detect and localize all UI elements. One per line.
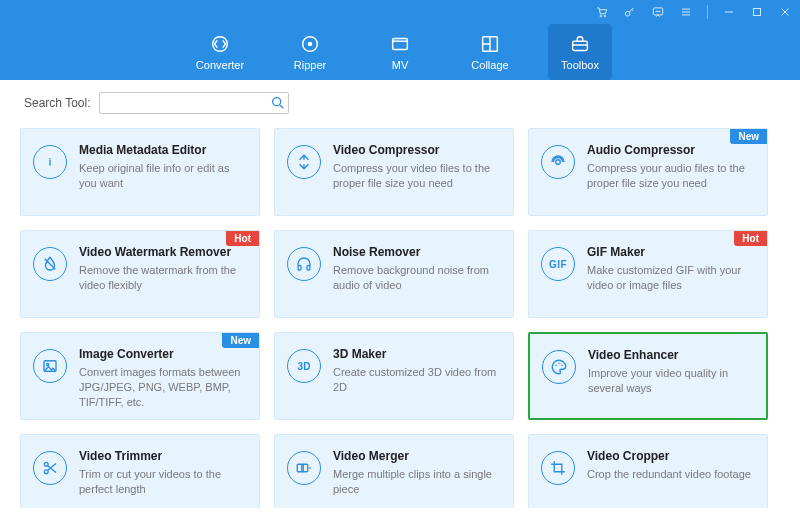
tool-card-video-watermark-remover[interactable]: Hot Video Watermark Remover Remove the w…: [20, 230, 260, 318]
badge-hot: Hot: [226, 231, 259, 246]
tool-text: Video Compressor Compress your video fil…: [333, 143, 501, 205]
tool-card-video-compressor[interactable]: Video Compressor Compress your video fil…: [274, 128, 514, 216]
nav-tab-label: Collage: [471, 59, 508, 71]
svg-point-19: [556, 160, 561, 165]
feedback-icon[interactable]: [651, 5, 665, 19]
tool-card-video-enhancer[interactable]: Video Enhancer Improve your video qualit…: [528, 332, 768, 420]
tool-desc: Remove the watermark from the video flex…: [79, 263, 247, 293]
tool-desc: Crop the redundant video footage: [587, 467, 755, 482]
cart-icon[interactable]: [595, 5, 609, 19]
maximize-icon[interactable]: [750, 5, 764, 19]
svg-point-12: [395, 39, 396, 40]
close-icon[interactable]: [778, 5, 792, 19]
tool-card-video-merger[interactable]: Video Merger Merge multiple clips into a…: [274, 434, 514, 508]
svg-point-2: [625, 11, 630, 16]
tool-text: Media Metadata Editor Keep original file…: [79, 143, 247, 205]
tool-scroll-area[interactable]: Media Metadata Editor Keep original file…: [20, 128, 780, 508]
tool-text: GIF Maker Make customized GIF with your …: [587, 245, 755, 307]
svg-point-28: [44, 470, 48, 474]
tool-title: Image Converter: [79, 347, 247, 361]
palette-icon: [542, 350, 576, 384]
svg-point-25: [558, 363, 560, 365]
titlebar: [0, 0, 800, 24]
svg-rect-11: [393, 39, 408, 50]
svg-rect-15: [573, 41, 588, 50]
search-input[interactable]: [99, 92, 289, 114]
tool-title: Video Watermark Remover: [79, 245, 247, 259]
svg-point-24: [555, 365, 557, 367]
svg-point-26: [561, 365, 563, 367]
ripper-icon: [299, 33, 321, 55]
info-icon: [33, 145, 67, 179]
collage-icon: [479, 33, 501, 55]
tool-title: Media Metadata Editor: [79, 143, 247, 157]
converter-icon: [209, 33, 231, 55]
tool-title: Video Merger: [333, 449, 501, 463]
tool-card-video-cropper[interactable]: Video Cropper Crop the redundant video f…: [528, 434, 768, 508]
tool-card-gif-maker[interactable]: Hot GIF GIF Maker Make customized GIF wi…: [528, 230, 768, 318]
headphones-icon: [287, 247, 321, 281]
svg-point-16: [272, 98, 280, 106]
tool-card-noise-remover[interactable]: Noise Remover Remove background noise fr…: [274, 230, 514, 318]
tool-title: Audio Compressor: [587, 143, 755, 157]
nav-tab-collage[interactable]: Collage: [458, 24, 522, 80]
key-icon[interactable]: [623, 5, 637, 19]
droplet-icon: [33, 247, 67, 281]
nav-tab-label: MV: [392, 59, 409, 71]
tool-card-video-trimmer[interactable]: Video Trimmer Trim or cut your videos to…: [20, 434, 260, 508]
tool-desc: Compress your video files to the proper …: [333, 161, 501, 191]
main-nav: Converter Ripper MV Collage Toolbox: [0, 24, 800, 80]
tool-text: Video Cropper Crop the redundant video f…: [587, 449, 755, 508]
svg-point-0: [600, 15, 602, 17]
tool-text: Video Trimmer Trim or cut your videos to…: [79, 449, 247, 508]
badge-new: New: [730, 129, 767, 144]
nav-tab-label: Ripper: [294, 59, 326, 71]
menu-icon[interactable]: [679, 5, 693, 19]
mv-icon: [389, 33, 411, 55]
tool-title: Video Trimmer: [79, 449, 247, 463]
nav-tab-toolbox[interactable]: Toolbox: [548, 24, 612, 80]
nav-tab-converter[interactable]: Converter: [188, 24, 252, 80]
tool-card-image-converter[interactable]: New Image Converter Convert images forma…: [20, 332, 260, 420]
toolbox-icon: [569, 33, 591, 55]
content-area: Search Tool: Media Metadata Editor Keep …: [0, 80, 800, 517]
gif-icon: GIF: [541, 247, 575, 281]
tool-desc: Remove background noise from audio of vi…: [333, 263, 501, 293]
merge-icon: [287, 451, 321, 485]
nav-tab-ripper[interactable]: Ripper: [278, 24, 342, 80]
crop-icon: [541, 451, 575, 485]
tool-card-audio-compressor[interactable]: New Audio Compressor Compress your audio…: [528, 128, 768, 216]
tool-title: Noise Remover: [333, 245, 501, 259]
compress-icon: [287, 145, 321, 179]
audio-compress-icon: [541, 145, 575, 179]
nav-tab-label: Toolbox: [561, 59, 599, 71]
tool-text: Video Enhancer Improve your video qualit…: [588, 348, 754, 408]
svg-rect-21: [307, 266, 310, 271]
nav-tab-mv[interactable]: MV: [368, 24, 432, 80]
tool-desc: Make customized GIF with your video or i…: [587, 263, 755, 293]
search-label: Search Tool:: [24, 96, 91, 110]
tool-desc: Create customized 3D video from 2D: [333, 365, 501, 395]
svg-point-4: [656, 11, 657, 12]
search-wrap: [99, 92, 289, 114]
tool-title: Video Cropper: [587, 449, 755, 463]
svg-rect-20: [298, 266, 301, 271]
search-icon[interactable]: [270, 95, 286, 111]
svg-point-1: [604, 15, 606, 17]
tool-desc: Convert images formats between JPG/JPEG,…: [79, 365, 247, 410]
tool-card-media-metadata-editor[interactable]: Media Metadata Editor Keep original file…: [20, 128, 260, 216]
scissors-icon: [33, 451, 67, 485]
3d-icon: 3D: [287, 349, 321, 383]
search-row: Search Tool:: [24, 92, 780, 114]
nav-tab-label: Converter: [196, 59, 244, 71]
tool-grid: Media Metadata Editor Keep original file…: [20, 128, 768, 508]
image-icon: [33, 349, 67, 383]
tool-desc: Improve your video quality in several wa…: [588, 366, 754, 396]
tool-text: Video Merger Merge multiple clips into a…: [333, 449, 501, 508]
tool-text: 3D Maker Create customized 3D video from…: [333, 347, 501, 409]
svg-point-6: [659, 11, 660, 12]
badge-new: New: [222, 333, 259, 348]
tool-desc: Trim or cut your videos to the perfect l…: [79, 467, 247, 497]
minimize-icon[interactable]: [722, 5, 736, 19]
tool-card-3d-maker[interactable]: 3D 3D Maker Create customized 3D video f…: [274, 332, 514, 420]
